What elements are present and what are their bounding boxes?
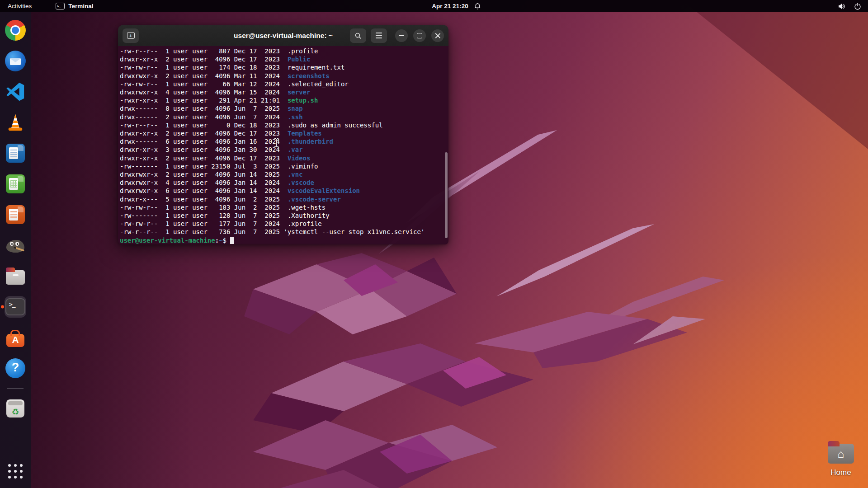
help-icon — [5, 358, 25, 378]
focused-app-menu[interactable]: >_ Terminal — [48, 0, 100, 12]
new-tab-button[interactable] — [123, 28, 139, 43]
dock-item-help[interactable] — [5, 357, 26, 379]
dock-item-libreoffice-calc[interactable] — [5, 173, 26, 195]
dock-item-thunderbird[interactable] — [5, 50, 26, 72]
dock-item-trash[interactable] — [5, 398, 26, 419]
clock-label: Apr 21 21:20 — [432, 3, 468, 9]
terminal-row: -rw-rw-r-- 1 user user 174 Dec 18 2023 r… — [120, 63, 448, 71]
desktop-home-icon[interactable]: ⌂ Home — [820, 444, 862, 477]
terminal-row: -rw-r--r-- 1 user user 736 Jun 7 2025 'y… — [120, 228, 448, 236]
terminal-row: drwxr-xr-x 2 user user 4096 Dec 17 2023 … — [120, 129, 448, 137]
dock-divider — [7, 388, 24, 389]
clock-menu[interactable]: Apr 21 21:20 — [432, 0, 481, 12]
terminal-row: -rw-rw-r-- 1 user user 177 Jun 7 2024 .x… — [120, 220, 448, 228]
terminal-row: drwxrwxr-x 4 user user 4096 Mar 15 2024 … — [120, 88, 448, 96]
dock-item-libreoffice-writer[interactable] — [5, 142, 26, 164]
libreoffice-writer-icon — [6, 144, 25, 163]
terminal-row: drwx------ 8 user user 4096 Jun 7 2025 s… — [120, 104, 448, 113]
terminal-row: -rw-rw-r-- 1 user user 66 Mar 12 2024 .s… — [120, 80, 448, 88]
minimize-icon — [399, 35, 404, 36]
files-icon — [6, 270, 25, 285]
terminal-row: drwxrwxr-x 4 user user 4096 Jan 14 2024 … — [120, 178, 448, 187]
prompt-line: user@user-virtual-machine:~$ — [120, 236, 448, 244]
dock-item-libreoffice-impress[interactable] — [5, 204, 26, 225]
close-button[interactable] — [431, 29, 444, 42]
prompt-separator: : — [215, 237, 219, 244]
close-icon — [435, 33, 441, 38]
terminal-row: drwx------ 6 user user 4096 Jan 16 2024 … — [120, 137, 448, 145]
terminal-row: -rw------- 1 user user 23150 Jul 3 2025 … — [120, 162, 448, 170]
system-status-menu[interactable] — [838, 0, 868, 12]
maximize-icon — [417, 33, 422, 38]
terminal-row: drwxrwxr-x 2 user user 4096 Jun 14 2025 … — [120, 170, 448, 178]
prompt-user: user@user-virtual-machine — [120, 237, 215, 244]
terminal-row: drwxr-xr-x 3 user user 4096 Jan 30 2024 … — [120, 145, 448, 154]
gimp-icon — [5, 236, 25, 254]
house-glyph-icon: ⌂ — [828, 448, 854, 460]
dock — [0, 12, 31, 488]
home-folder-icon: ⌂ — [828, 444, 854, 464]
terminal-content[interactable]: -rw-r--r-- 1 user user 807 Dec 17 2023 .… — [118, 46, 448, 244]
google-chrome-icon — [5, 20, 26, 41]
volume-icon — [838, 3, 846, 10]
terminal-row: -rw-rw-r-- 1 user user 183 Jun 2 2025 .w… — [120, 203, 448, 211]
minimize-button[interactable] — [395, 29, 408, 42]
show-applications-button[interactable] — [5, 464, 25, 479]
dock-item-gimp[interactable] — [5, 235, 26, 256]
terminal-window: user@user-virtual-machine: ~ -rw-r — [118, 25, 448, 244]
terminal-row: -rw-r--r-- 1 user user 0 Dec 18 2023 .su… — [120, 121, 448, 129]
terminal-row: drwxr-xr-x 2 user user 4096 Dec 17 2023 … — [120, 55, 448, 63]
dock-item-ubuntu-software[interactable] — [5, 327, 26, 348]
trash-icon — [6, 399, 24, 418]
vlc-icon — [5, 112, 26, 133]
libreoffice-impress-icon — [6, 205, 25, 224]
prompt-path: ~ — [219, 237, 222, 244]
prompt-symbol: $ — [223, 237, 231, 244]
terminal-scrollbar[interactable] — [445, 152, 448, 238]
dock-item-vscode[interactable] — [5, 81, 26, 103]
search-button[interactable] — [350, 28, 366, 43]
terminal-row: -rw-r--r-- 1 user user 807 Dec 17 2023 .… — [120, 47, 448, 55]
terminal-row: -rw------- 1 user user 128 Jun 7 2025 .X… — [120, 211, 448, 220]
hamburger-icon — [376, 33, 382, 38]
desktop: Activities >_ Terminal Apr 21 21:20 — [0, 0, 868, 488]
terminal-app-icon: >_ — [56, 3, 65, 9]
terminal-row: drwxr-xr-x 2 user user 4096 Dec 17 2023 … — [120, 154, 448, 162]
terminal-output: -rw-r--r-- 1 user user 807 Dec 17 2023 .… — [120, 47, 448, 236]
window-title: user@user-virtual-machine: ~ — [234, 32, 333, 40]
thunderbird-icon — [5, 51, 26, 71]
dock-item-terminal[interactable] — [5, 296, 26, 318]
home-icon-label: Home — [820, 468, 862, 477]
maximize-button[interactable] — [413, 29, 426, 42]
vscode-icon — [5, 81, 26, 102]
terminal-row: drwxrwxr-x 6 user user 4096 Jan 14 2024 … — [120, 187, 448, 195]
terminal-titlebar[interactable]: user@user-virtual-machine: ~ — [118, 25, 448, 46]
dock-item-vlc[interactable] — [5, 112, 26, 133]
terminal-row: -rwxr-xr-x 1 user user 291 Apr 21 21:01 … — [120, 96, 448, 104]
libreoffice-calc-icon — [6, 174, 25, 193]
menu-button[interactable] — [371, 28, 387, 43]
notification-bell-icon — [474, 2, 481, 10]
search-icon — [354, 32, 362, 39]
mouse-text-cursor — [274, 138, 279, 147]
power-icon — [854, 3, 861, 10]
ubuntu-software-icon — [6, 334, 24, 347]
top-bar: Activities >_ Terminal Apr 21 21:20 — [0, 0, 868, 12]
terminal-icon — [5, 298, 25, 315]
terminal-row: drwxrwxr-x 2 user user 4096 Mar 11 2024 … — [120, 72, 448, 80]
dock-item-google-chrome[interactable] — [5, 19, 26, 41]
activities-button[interactable]: Activities — [0, 0, 39, 12]
focused-app-label: Terminal — [68, 3, 93, 9]
terminal-cursor — [230, 237, 234, 244]
terminal-row: drwxr-x--- 5 user user 4096 Jun 2 2025 .… — [120, 195, 448, 203]
dock-item-files[interactable] — [5, 265, 26, 287]
terminal-row: drwx------ 2 user user 4096 Jun 7 2024 .… — [120, 113, 448, 121]
new-tab-icon — [127, 32, 135, 39]
